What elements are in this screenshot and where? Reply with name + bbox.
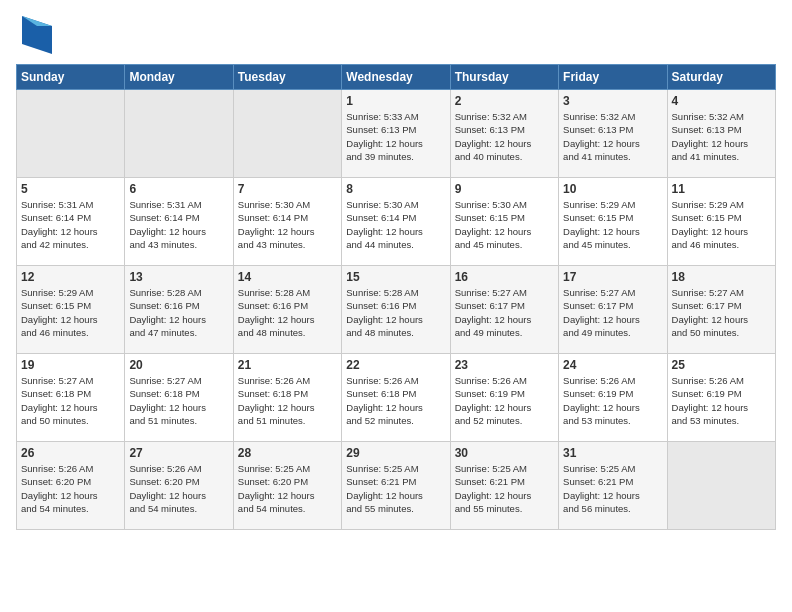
day-info: Sunrise: 5:28 AMSunset: 6:16 PMDaylight:… bbox=[346, 286, 445, 339]
day-number: 25 bbox=[672, 358, 771, 372]
day-info: Sunrise: 5:31 AMSunset: 6:14 PMDaylight:… bbox=[129, 198, 228, 251]
day-number: 19 bbox=[21, 358, 120, 372]
logo bbox=[16, 16, 52, 54]
day-info: Sunrise: 5:30 AMSunset: 6:14 PMDaylight:… bbox=[346, 198, 445, 251]
day-number: 15 bbox=[346, 270, 445, 284]
calendar-cell: 16Sunrise: 5:27 AMSunset: 6:17 PMDayligh… bbox=[450, 266, 558, 354]
day-number: 4 bbox=[672, 94, 771, 108]
day-number: 11 bbox=[672, 182, 771, 196]
calendar-week-row: 5Sunrise: 5:31 AMSunset: 6:14 PMDaylight… bbox=[17, 178, 776, 266]
day-header-saturday: Saturday bbox=[667, 65, 775, 90]
day-info: Sunrise: 5:28 AMSunset: 6:16 PMDaylight:… bbox=[238, 286, 337, 339]
day-info: Sunrise: 5:25 AMSunset: 6:21 PMDaylight:… bbox=[455, 462, 554, 515]
calendar-cell bbox=[125, 90, 233, 178]
calendar-cell: 2Sunrise: 5:32 AMSunset: 6:13 PMDaylight… bbox=[450, 90, 558, 178]
day-info: Sunrise: 5:30 AMSunset: 6:14 PMDaylight:… bbox=[238, 198, 337, 251]
day-number: 21 bbox=[238, 358, 337, 372]
calendar-cell: 14Sunrise: 5:28 AMSunset: 6:16 PMDayligh… bbox=[233, 266, 341, 354]
day-number: 6 bbox=[129, 182, 228, 196]
calendar-week-row: 12Sunrise: 5:29 AMSunset: 6:15 PMDayligh… bbox=[17, 266, 776, 354]
calendar-cell: 29Sunrise: 5:25 AMSunset: 6:21 PMDayligh… bbox=[342, 442, 450, 530]
day-info: Sunrise: 5:27 AMSunset: 6:17 PMDaylight:… bbox=[455, 286, 554, 339]
calendar-cell: 23Sunrise: 5:26 AMSunset: 6:19 PMDayligh… bbox=[450, 354, 558, 442]
day-info: Sunrise: 5:32 AMSunset: 6:13 PMDaylight:… bbox=[672, 110, 771, 163]
calendar-week-row: 1Sunrise: 5:33 AMSunset: 6:13 PMDaylight… bbox=[17, 90, 776, 178]
day-number: 28 bbox=[238, 446, 337, 460]
day-info: Sunrise: 5:31 AMSunset: 6:14 PMDaylight:… bbox=[21, 198, 120, 251]
day-number: 17 bbox=[563, 270, 662, 284]
calendar-cell: 8Sunrise: 5:30 AMSunset: 6:14 PMDaylight… bbox=[342, 178, 450, 266]
day-number: 14 bbox=[238, 270, 337, 284]
day-header-wednesday: Wednesday bbox=[342, 65, 450, 90]
calendar-cell: 30Sunrise: 5:25 AMSunset: 6:21 PMDayligh… bbox=[450, 442, 558, 530]
calendar-cell: 6Sunrise: 5:31 AMSunset: 6:14 PMDaylight… bbox=[125, 178, 233, 266]
calendar-cell: 10Sunrise: 5:29 AMSunset: 6:15 PMDayligh… bbox=[559, 178, 667, 266]
calendar-cell: 17Sunrise: 5:27 AMSunset: 6:17 PMDayligh… bbox=[559, 266, 667, 354]
day-info: Sunrise: 5:26 AMSunset: 6:18 PMDaylight:… bbox=[346, 374, 445, 427]
calendar-cell: 24Sunrise: 5:26 AMSunset: 6:19 PMDayligh… bbox=[559, 354, 667, 442]
calendar-cell bbox=[233, 90, 341, 178]
day-info: Sunrise: 5:33 AMSunset: 6:13 PMDaylight:… bbox=[346, 110, 445, 163]
calendar-cell: 31Sunrise: 5:25 AMSunset: 6:21 PMDayligh… bbox=[559, 442, 667, 530]
calendar-table: SundayMondayTuesdayWednesdayThursdayFrid… bbox=[16, 64, 776, 530]
calendar-cell: 18Sunrise: 5:27 AMSunset: 6:17 PMDayligh… bbox=[667, 266, 775, 354]
day-info: Sunrise: 5:25 AMSunset: 6:21 PMDaylight:… bbox=[346, 462, 445, 515]
day-info: Sunrise: 5:26 AMSunset: 6:19 PMDaylight:… bbox=[563, 374, 662, 427]
day-number: 3 bbox=[563, 94, 662, 108]
day-number: 27 bbox=[129, 446, 228, 460]
day-number: 13 bbox=[129, 270, 228, 284]
day-number: 23 bbox=[455, 358, 554, 372]
calendar-cell: 26Sunrise: 5:26 AMSunset: 6:20 PMDayligh… bbox=[17, 442, 125, 530]
calendar-cell: 7Sunrise: 5:30 AMSunset: 6:14 PMDaylight… bbox=[233, 178, 341, 266]
logo-icon bbox=[22, 16, 52, 54]
day-number: 29 bbox=[346, 446, 445, 460]
day-info: Sunrise: 5:26 AMSunset: 6:20 PMDaylight:… bbox=[21, 462, 120, 515]
calendar-cell: 27Sunrise: 5:26 AMSunset: 6:20 PMDayligh… bbox=[125, 442, 233, 530]
day-number: 18 bbox=[672, 270, 771, 284]
calendar-cell: 21Sunrise: 5:26 AMSunset: 6:18 PMDayligh… bbox=[233, 354, 341, 442]
day-number: 22 bbox=[346, 358, 445, 372]
day-number: 24 bbox=[563, 358, 662, 372]
calendar-cell bbox=[17, 90, 125, 178]
day-info: Sunrise: 5:32 AMSunset: 6:13 PMDaylight:… bbox=[563, 110, 662, 163]
calendar-cell: 22Sunrise: 5:26 AMSunset: 6:18 PMDayligh… bbox=[342, 354, 450, 442]
day-number: 5 bbox=[21, 182, 120, 196]
calendar-cell: 11Sunrise: 5:29 AMSunset: 6:15 PMDayligh… bbox=[667, 178, 775, 266]
day-number: 7 bbox=[238, 182, 337, 196]
calendar-cell: 12Sunrise: 5:29 AMSunset: 6:15 PMDayligh… bbox=[17, 266, 125, 354]
day-number: 12 bbox=[21, 270, 120, 284]
day-info: Sunrise: 5:27 AMSunset: 6:18 PMDaylight:… bbox=[21, 374, 120, 427]
day-info: Sunrise: 5:26 AMSunset: 6:19 PMDaylight:… bbox=[455, 374, 554, 427]
day-header-sunday: Sunday bbox=[17, 65, 125, 90]
day-number: 16 bbox=[455, 270, 554, 284]
header bbox=[16, 16, 776, 54]
day-info: Sunrise: 5:30 AMSunset: 6:15 PMDaylight:… bbox=[455, 198, 554, 251]
calendar-cell: 20Sunrise: 5:27 AMSunset: 6:18 PMDayligh… bbox=[125, 354, 233, 442]
day-number: 2 bbox=[455, 94, 554, 108]
calendar-cell bbox=[667, 442, 775, 530]
day-info: Sunrise: 5:25 AMSunset: 6:20 PMDaylight:… bbox=[238, 462, 337, 515]
day-info: Sunrise: 5:27 AMSunset: 6:17 PMDaylight:… bbox=[563, 286, 662, 339]
calendar-cell: 9Sunrise: 5:30 AMSunset: 6:15 PMDaylight… bbox=[450, 178, 558, 266]
day-info: Sunrise: 5:27 AMSunset: 6:17 PMDaylight:… bbox=[672, 286, 771, 339]
day-info: Sunrise: 5:26 AMSunset: 6:19 PMDaylight:… bbox=[672, 374, 771, 427]
day-number: 9 bbox=[455, 182, 554, 196]
day-number: 10 bbox=[563, 182, 662, 196]
day-info: Sunrise: 5:29 AMSunset: 6:15 PMDaylight:… bbox=[672, 198, 771, 251]
calendar-cell: 1Sunrise: 5:33 AMSunset: 6:13 PMDaylight… bbox=[342, 90, 450, 178]
day-number: 30 bbox=[455, 446, 554, 460]
day-number: 8 bbox=[346, 182, 445, 196]
day-info: Sunrise: 5:25 AMSunset: 6:21 PMDaylight:… bbox=[563, 462, 662, 515]
calendar-week-row: 19Sunrise: 5:27 AMSunset: 6:18 PMDayligh… bbox=[17, 354, 776, 442]
calendar-week-row: 26Sunrise: 5:26 AMSunset: 6:20 PMDayligh… bbox=[17, 442, 776, 530]
calendar-cell: 19Sunrise: 5:27 AMSunset: 6:18 PMDayligh… bbox=[17, 354, 125, 442]
day-header-tuesday: Tuesday bbox=[233, 65, 341, 90]
day-info: Sunrise: 5:29 AMSunset: 6:15 PMDaylight:… bbox=[21, 286, 120, 339]
day-number: 1 bbox=[346, 94, 445, 108]
day-number: 20 bbox=[129, 358, 228, 372]
calendar-cell: 25Sunrise: 5:26 AMSunset: 6:19 PMDayligh… bbox=[667, 354, 775, 442]
calendar-cell: 4Sunrise: 5:32 AMSunset: 6:13 PMDaylight… bbox=[667, 90, 775, 178]
calendar-cell: 28Sunrise: 5:25 AMSunset: 6:20 PMDayligh… bbox=[233, 442, 341, 530]
day-info: Sunrise: 5:26 AMSunset: 6:20 PMDaylight:… bbox=[129, 462, 228, 515]
day-info: Sunrise: 5:32 AMSunset: 6:13 PMDaylight:… bbox=[455, 110, 554, 163]
